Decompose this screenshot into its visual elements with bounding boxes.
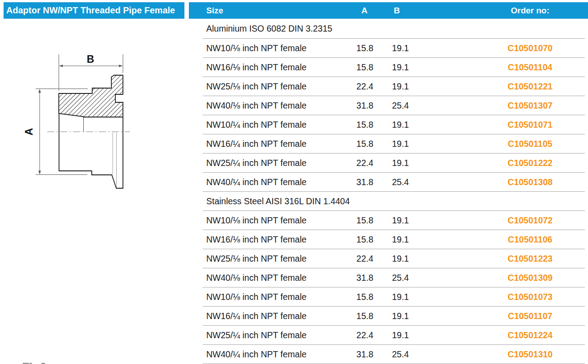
table-row: NW10/⅛ inch NPT female15.819.1C10501073 [203,287,585,307]
dim-b-cell: 19.1 [392,62,419,73]
table-row: NW16/¼ inch NPT female15.819.1C10501105 [203,134,585,154]
material-section-label: Stainless Steel AISI 316L DIN 1.4404 [203,196,585,206]
order-no-link[interactable]: C10501072 [419,215,585,226]
table-row: NW16/⅛ inch NPT female15.819.1C10501104 [203,58,585,77]
order-no-link[interactable]: C10501070 [419,43,585,53]
dim-a-cell: 22.4 [347,81,373,92]
material-section-row: Stainless Steel AISI 316L DIN 1.4404 [203,192,585,211]
dim-a-cell: 15.8 [347,215,373,226]
dim-a-cell: 22.4 [347,254,373,264]
arrow-up-icon [38,89,41,93]
arrow-left-icon [59,65,63,67]
dim-b-cell: 25.4 [392,273,419,283]
table-row: NW16/¼ inch NPT female15.819.1C10501107 [203,307,585,326]
size-cell: NW40/¼ inch NPT female [203,349,347,360]
dim-b-cell: 19.1 [392,81,419,92]
size-cell: NW16/⅛ inch NPT female [203,235,347,245]
dim-b-cell: 19.1 [392,254,419,264]
dim-a-cell: 15.8 [347,62,373,73]
table-row: NW40/⅛ inch NPT female31.825.4C10501307 [203,96,585,115]
dim-b-cell: 19.1 [392,235,419,245]
dim-b-cell: 19.1 [392,215,419,226]
size-cell: NW25/¼ inch NPT female [203,330,347,340]
order-no-link[interactable]: C10501307 [419,101,585,111]
order-no-link[interactable]: C10501107 [419,311,585,321]
part-lower-outline [59,113,123,188]
part-cross-section [59,75,123,117]
order-no-link[interactable]: C10501071 [419,120,585,130]
table-row: NW25/⅛ inch NPT female22.419.1C10501221 [203,77,585,96]
dim-a-cell: 15.8 [347,43,373,53]
column-header-a: A [347,6,373,16]
order-no-link[interactable]: C10501105 [419,139,585,149]
size-cell: NW40/⅛ inch NPT female [203,101,347,111]
dim-b-cell: 25.4 [392,349,419,360]
table-row: NW10/⅛ inch NPT female15.819.1C10501070 [203,39,585,58]
size-cell: NW10/⅛ inch NPT female [203,292,347,302]
size-cell: NW25/¼ inch NPT female [203,158,347,168]
column-header-size: Size [203,6,347,16]
material-section-row: Aluminium ISO 6082 DIN 3.2315 [203,19,585,39]
order-no-link[interactable]: C10501104 [419,62,585,73]
table-row: NW10/¼ inch NPT female15.819.1C10501071 [203,115,585,134]
dim-a-cell: 31.8 [347,349,373,360]
dim-a-cell: 15.8 [347,120,373,130]
dim-a-cell: 15.8 [347,235,373,245]
dim-b-cell: 25.4 [392,101,419,111]
dim-b-cell: 19.1 [392,292,419,302]
column-header-b: B [392,6,419,16]
table-row: NW40/⅛ inch NPT female31.825.4C10501309 [203,268,585,287]
product-title-bar: Adaptor NW/NPT Threaded Pipe Female [4,2,184,19]
size-cell: NW40/¼ inch NPT female [203,177,347,187]
product-title: Adaptor NW/NPT Threaded Pipe Female [6,5,175,16]
order-no-link[interactable]: C10501308 [419,177,585,187]
dim-a-cell: 15.8 [347,139,373,149]
material-section-label: Aluminium ISO 6082 DIN 3.2315 [203,24,585,34]
dim-b-cell: 19.1 [392,311,419,321]
order-no-link[interactable]: C10501221 [419,81,585,92]
technical-drawing: B A [0,0,196,364]
order-no-link[interactable]: C10501106 [419,235,585,245]
order-no-link[interactable]: C10501222 [419,158,585,168]
order-no-link[interactable]: C10501310 [419,349,585,360]
dim-b-cell: 19.1 [392,330,419,340]
arrow-down-icon [38,171,41,175]
order-no-link[interactable]: C10501224 [419,330,585,340]
size-cell: NW10/¼ inch NPT female [203,120,347,130]
dim-a-cell: 22.4 [347,158,373,168]
order-no-link[interactable]: C10501073 [419,292,585,302]
table-row: NW25/¼ inch NPT female22.419.1C10501224 [203,326,585,345]
dim-a-cell: 31.8 [347,177,373,187]
dim-b-label: B [87,53,94,65]
dim-a-cell: 31.8 [347,273,373,283]
dim-b-cell: 25.4 [392,177,419,187]
dim-a-cell: 22.4 [347,330,373,340]
table-row: NW40/¼ inch NPT female31.825.4C10501310 [203,345,585,364]
size-cell: NW16/¼ inch NPT female [203,311,347,321]
dimension-a [36,89,88,175]
dim-b-cell: 19.1 [392,120,419,130]
size-cell: NW10/⅛ inch NPT female [203,43,347,53]
size-cell: NW10/⅛ inch NPT female [203,215,347,226]
table-header-row: Size A B Order no: [203,2,585,19]
product-table: Aluminium ISO 6082 DIN 3.2315NW10/⅛ inch… [203,19,585,364]
size-cell: NW40/⅛ inch NPT female [203,273,347,283]
table-row: NW10/⅛ inch NPT female15.819.1C10501072 [203,211,585,230]
arrow-right-icon [119,65,123,67]
order-no-link[interactable]: C10501309 [419,273,585,283]
dim-a-cell: 15.8 [347,292,373,302]
size-cell: NW16/⅛ inch NPT female [203,62,347,73]
dim-b-cell: 19.1 [392,158,419,168]
column-header-order: Order no: [419,6,585,16]
table-row: NW40/¼ inch NPT female31.825.4C10501308 [203,173,585,192]
table-row: NW25/¼ inch NPT female22.419.1C10501222 [203,154,585,173]
size-cell: NW25/⅛ inch NPT female [203,254,347,264]
dimension-b [59,54,123,91]
dim-b-cell: 19.1 [392,139,419,149]
dim-a-cell: 31.8 [347,101,373,111]
table-row: NW16/⅛ inch NPT female15.819.1C10501106 [203,230,585,249]
size-cell: NW25/⅛ inch NPT female [203,81,347,92]
order-no-link[interactable]: C10501223 [419,254,585,264]
size-cell: NW16/¼ inch NPT female [203,139,347,149]
dim-b-cell: 19.1 [392,43,419,53]
